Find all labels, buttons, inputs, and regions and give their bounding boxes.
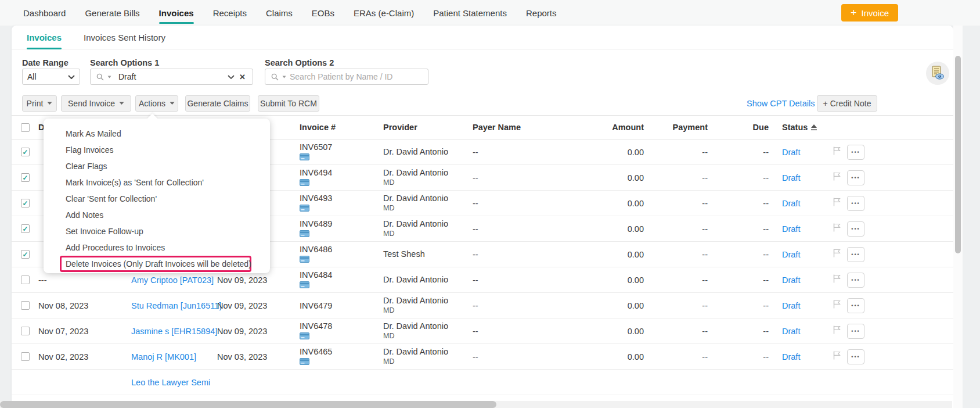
cell-invoice-date: Nov 03, 2023	[217, 352, 300, 362]
table-row: Leo the Lawyer Semi	[12, 370, 953, 395]
chevron-down-icon[interactable]	[228, 75, 235, 79]
menu-item-delete-invoices-only-draft-invoices-will[interactable]: Delete Invoices (Only Draft Invoices wil…	[60, 256, 251, 272]
row-menu-button[interactable]: •••	[847, 247, 864, 262]
nav-item-patient-statements[interactable]: Patient Statements	[433, 0, 507, 26]
flag-button[interactable]	[833, 172, 841, 182]
new-invoice-button[interactable]: + Invoice	[841, 4, 898, 22]
generate-claims-button[interactable]: Generate Claims	[185, 95, 250, 112]
col-header-status[interactable]: Status	[769, 123, 827, 132]
menu-item-add-procedures-to-invoices[interactable]: Add Procedures to Invoices	[60, 239, 251, 256]
flag-button[interactable]	[833, 325, 841, 336]
submit-to-rcm-button[interactable]: Submit To RCM	[258, 95, 319, 112]
row-checkbox[interactable]: ✓	[21, 250, 30, 259]
cell-payment: --	[644, 224, 708, 234]
horizontal-scrollbar[interactable]	[0, 401, 952, 408]
row-menu-button[interactable]: •••	[847, 298, 864, 313]
row-menu-button[interactable]: •••	[847, 170, 864, 185]
cell-due: --	[708, 301, 769, 310]
patient-search-input[interactable]	[290, 72, 422, 81]
row-menu-button[interactable]: •••	[847, 196, 864, 211]
patient-link[interactable]: Manoj R [MK001]	[131, 352, 196, 362]
nav-item-receipts[interactable]: Receipts	[213, 0, 247, 26]
actions-dropdown-menu: Mark As MailedFlag InvoicesClear FlagsMa…	[44, 119, 270, 273]
tab-invoices[interactable]: Invoices	[27, 26, 62, 49]
sort-ascending-icon[interactable]	[811, 124, 817, 131]
row-menu-button[interactable]: •••	[847, 221, 864, 237]
menu-item-mark-invoice-s-as-sent-for-collection[interactable]: Mark Invoice(s) as 'Sent for Collection'	[60, 174, 251, 191]
print-button[interactable]: Print	[22, 95, 57, 112]
provider-name: Dr. David Antonio	[383, 321, 473, 331]
col-header-invoice-number[interactable]: Invoice #	[300, 123, 383, 132]
row-checkbox[interactable]	[21, 352, 30, 361]
menu-item-flag-invoices[interactable]: Flag Invoices	[60, 142, 251, 158]
nav-item-eobs[interactable]: EOBs	[312, 0, 334, 26]
cell-due: --	[708, 275, 769, 285]
vertical-scrollbar[interactable]	[953, 26, 963, 408]
payment-card-icon	[300, 358, 309, 365]
actions-button[interactable]: Actions	[135, 95, 178, 112]
row-checkbox[interactable]	[21, 327, 30, 335]
status-text: Draft	[769, 173, 827, 182]
caret-down-icon	[47, 102, 52, 105]
cell-date: Nov 02, 2023	[38, 352, 131, 362]
patient-link[interactable]: Stu Redman [Jun16511]	[131, 301, 221, 310]
row-menu-button[interactable]: •••	[847, 349, 864, 364]
tab-invoices-sent-history[interactable]: Invoices Sent History	[84, 26, 165, 49]
show-cpt-details-link[interactable]: Show CPT Details	[747, 99, 815, 108]
flag-button[interactable]	[833, 249, 841, 259]
row-checkbox[interactable]	[21, 275, 30, 284]
col-header-due[interactable]: Due	[708, 123, 769, 132]
credit-note-button[interactable]: + Credit Note	[817, 95, 877, 112]
row-menu-button[interactable]: •••	[847, 273, 864, 288]
select-all-checkbox[interactable]	[21, 123, 30, 132]
submit-to-rcm-label: Submit To RCM	[260, 99, 317, 108]
row-menu-button[interactable]: •••	[847, 145, 864, 160]
menu-item-set-invoice-follow-up[interactable]: Set Invoice Follow-up	[60, 223, 251, 239]
nav-item-reports[interactable]: Reports	[526, 0, 557, 26]
row-checkbox[interactable]: ✓	[21, 173, 30, 182]
flag-button[interactable]	[833, 223, 841, 234]
vertical-scrollbar-thumb[interactable]	[955, 56, 961, 253]
payment-card-icon	[300, 230, 309, 237]
flag-button[interactable]	[833, 351, 841, 362]
col-header-payer-name[interactable]: Payer Name	[473, 123, 577, 132]
row-checkbox[interactable]: ✓	[21, 148, 30, 156]
flag-button[interactable]	[833, 146, 841, 157]
cell-payment: --	[644, 199, 708, 208]
send-invoice-button[interactable]: Send Invoice	[61, 95, 131, 112]
col-header-provider[interactable]: Provider	[383, 123, 473, 132]
flag-button[interactable]	[833, 274, 841, 285]
cell-due: --	[708, 327, 769, 336]
nav-item-generate-bills[interactable]: Generate Bills	[85, 0, 139, 26]
payment-card-icon	[300, 205, 309, 212]
row-menu-button[interactable]: •••	[847, 324, 864, 339]
show-hide-columns-button[interactable]	[926, 62, 949, 85]
cell-payment: --	[644, 275, 708, 285]
nav-item-dashboard[interactable]: Dashboard	[23, 0, 66, 26]
patient-link[interactable]: Leo the Lawyer Semi	[131, 378, 210, 387]
menu-item-clear-sent-for-collection[interactable]: Clear 'Sent for Collection'	[60, 191, 251, 207]
flag-icon	[833, 249, 841, 257]
clear-filter-icon[interactable]: ✕	[238, 73, 247, 81]
search-options-1-combobox[interactable]: Draft ✕	[90, 69, 253, 85]
flag-button[interactable]	[833, 300, 841, 310]
row-checkbox[interactable]: ✓	[21, 224, 30, 233]
nav-item-claims[interactable]: Claims	[266, 0, 293, 26]
nav-items: DashboardGenerate BillsInvoicesReceiptsC…	[23, 0, 557, 26]
col-header-payment[interactable]: Payment	[644, 123, 708, 132]
patient-link[interactable]: Amy Criptoo [PAT023]	[131, 275, 214, 285]
flag-button[interactable]	[833, 198, 841, 208]
menu-item-mark-as-mailed[interactable]: Mark As Mailed	[60, 126, 251, 142]
row-checkbox[interactable]: ✓	[21, 199, 30, 207]
cell-amount: 0.00	[577, 275, 644, 285]
date-range-select[interactable]: All	[22, 69, 80, 85]
patient-link[interactable]: Jasmine s [EHR15894]	[131, 327, 217, 336]
row-checkbox[interactable]	[21, 301, 30, 310]
horizontal-scrollbar-thumb[interactable]	[0, 401, 496, 408]
nav-item-invoices[interactable]: Invoices	[159, 0, 194, 26]
menu-item-add-notes[interactable]: Add Notes	[60, 207, 251, 223]
menu-item-clear-flags[interactable]: Clear Flags	[60, 158, 251, 174]
nav-item-eras-e-claim[interactable]: ERAs (e-Claim)	[354, 0, 414, 26]
cell-invoice-date: Nov 09, 2023	[217, 327, 300, 336]
col-header-amount[interactable]: Amount	[577, 123, 644, 132]
